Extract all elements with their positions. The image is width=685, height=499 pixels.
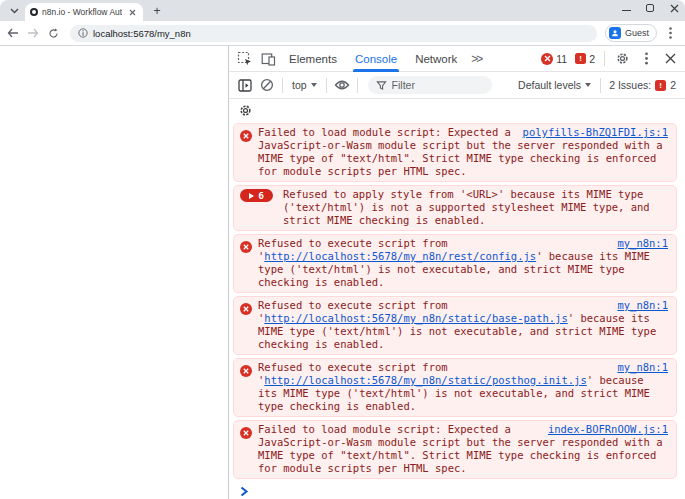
more-tabs-button[interactable]: >>	[467, 52, 485, 66]
reload-button[interactable]	[44, 24, 62, 42]
error-circle-icon	[240, 363, 252, 414]
minimize-button[interactable]	[621, 3, 631, 13]
back-button[interactable]	[4, 24, 22, 42]
browser-toolbar: localhost:5678/my_n8n Guest	[0, 21, 685, 46]
kebab-menu-icon	[645, 52, 648, 65]
chevron-down-icon	[585, 83, 591, 87]
issues-icon: !	[575, 53, 586, 64]
resource-url-link[interactable]: http://localhost:5678/my_n8n/static/post…	[264, 374, 586, 386]
device-toolbar-icon	[261, 52, 276, 66]
resource-url-link[interactable]: http://localhost:5678/my_n8n/rest/config…	[264, 250, 536, 262]
chevron-down-icon	[311, 83, 317, 87]
console-message: my_n8n:1Refused to execute script from '…	[233, 358, 677, 417]
devtools-menu-button[interactable]	[635, 49, 657, 69]
error-circle-icon	[240, 301, 252, 352]
prompt-chevron-icon	[240, 486, 249, 497]
filter-input[interactable]	[392, 79, 472, 91]
clear-console-button[interactable]	[256, 75, 278, 95]
close-window-button[interactable]	[669, 3, 679, 13]
console-message-text: my_n8n:1Refused to execute script from '…	[258, 361, 668, 413]
issues-count-badge[interactable]: ! 2	[572, 53, 598, 65]
inspect-element-button[interactable]	[233, 49, 255, 69]
tab-title: n8n.io - Workflow Automation	[42, 7, 122, 17]
log-levels-selector[interactable]: Default levels	[513, 79, 596, 91]
gear-icon	[238, 103, 253, 118]
console-settings-row	[229, 99, 685, 121]
source-location-link[interactable]: my_n8n:1	[617, 361, 668, 374]
maximize-button[interactable]	[645, 3, 655, 13]
back-arrow-icon	[7, 28, 19, 38]
url-text: localhost:5678/my_n8n	[93, 28, 191, 39]
issues-summary-button[interactable]: 2 Issues: ! 2	[605, 79, 680, 91]
live-expression-button[interactable]	[331, 75, 353, 95]
console-message-text: index-BOFRnOOW.js:1Failed to load module…	[258, 423, 668, 475]
error-count-badge[interactable]: 11	[538, 53, 570, 65]
site-info-icon[interactable]	[78, 28, 88, 38]
error-circle-icon	[240, 425, 252, 476]
console-settings-button[interactable]	[234, 100, 256, 120]
devtools-close-button[interactable]	[659, 49, 681, 69]
tab-search-button[interactable]	[6, 4, 23, 18]
console-messages: polyfills-BhZQ1FDI.js:1Failed to load mo…	[229, 121, 685, 499]
eye-icon	[334, 79, 350, 91]
tab-favicon	[30, 8, 38, 16]
divider	[282, 78, 283, 93]
console-message-text: polyfills-BhZQ1FDI.js:1Failed to load mo…	[258, 126, 668, 178]
inspect-cursor-icon	[237, 51, 252, 66]
context-selector[interactable]: top	[287, 79, 322, 91]
reload-icon	[48, 28, 59, 39]
tab-elements[interactable]: Elements	[281, 46, 345, 72]
window-controls	[621, 2, 679, 14]
console-message: index-BOFRnOOW.js:1Failed to load module…	[233, 420, 677, 479]
filter-box[interactable]	[368, 76, 492, 94]
resource-url-link[interactable]: http://localhost:5678/my_n8n/static/base…	[264, 312, 567, 324]
console-sidebar-toggle[interactable]	[234, 75, 256, 95]
device-toolbar-button[interactable]	[257, 49, 279, 69]
error-circle-icon	[541, 53, 553, 65]
repeat-count-badge[interactable]: 6	[240, 189, 273, 202]
source-location-link[interactable]: my_n8n:1	[617, 237, 668, 250]
devtools-tabbar: Elements Console Network >> 11 ! 2	[229, 46, 685, 72]
profile-button[interactable]: Guest	[605, 24, 657, 42]
divider	[357, 78, 358, 93]
forward-button[interactable]	[24, 24, 42, 42]
page-content	[0, 46, 228, 499]
divider	[326, 78, 327, 93]
error-circle-icon	[240, 239, 252, 290]
funnel-icon	[376, 80, 387, 91]
console-message: polyfills-BhZQ1FDI.js:1Failed to load mo…	[233, 123, 677, 182]
divider	[600, 78, 601, 93]
kebab-menu-icon	[669, 27, 672, 39]
tab-console[interactable]: Console	[347, 46, 405, 72]
tab-strip: n8n.io - Workflow Automation +	[0, 0, 685, 21]
console-message-text: my_n8n:1Refused to execute script from '…	[258, 299, 668, 351]
console-message: 6Refused to apply style from '<URL>' bec…	[233, 185, 677, 231]
expand-triangle-icon	[249, 193, 254, 199]
console-toolbar: top Default levels	[229, 72, 685, 99]
divider	[604, 51, 605, 66]
browser-window: n8n.io - Workflow Automation + localhost…	[0, 0, 685, 499]
gear-icon	[615, 51, 630, 66]
source-location-link[interactable]: polyfills-BhZQ1FDI.js:1	[523, 126, 668, 139]
console-message: my_n8n:1Refused to execute script from '…	[233, 296, 677, 355]
console-message-text: my_n8n:1Refused to execute script from '…	[258, 237, 668, 289]
tab-close-icon[interactable]	[126, 6, 138, 18]
source-location-link[interactable]: index-BOFRnOOW.js:1	[548, 423, 668, 436]
tab-network[interactable]: Network	[407, 46, 465, 72]
chevron-down-icon	[10, 8, 19, 14]
browser-tab-n8n[interactable]: n8n.io - Workflow Automation	[25, 3, 143, 21]
source-location-link[interactable]: my_n8n:1	[617, 299, 668, 312]
console-prompt[interactable]	[233, 482, 677, 497]
devtools-settings-button[interactable]	[611, 49, 633, 69]
address-bar[interactable]: localhost:5678/my_n8n	[70, 25, 597, 42]
new-tab-button[interactable]: +	[149, 3, 165, 19]
browser-menu-button[interactable]	[663, 25, 677, 41]
sidebar-panel-icon	[238, 79, 252, 92]
console-message-text: Refused to apply style from '<URL>' beca…	[279, 188, 668, 227]
clear-circle-slash-icon	[260, 78, 274, 92]
repeat-count: 6	[258, 190, 264, 201]
error-circle-icon	[240, 128, 252, 179]
console-message: my_n8n:1Refused to execute script from '…	[233, 234, 677, 293]
issues-icon: !	[655, 80, 666, 91]
devtools-panel: Elements Console Network >> 11 ! 2	[228, 46, 685, 499]
